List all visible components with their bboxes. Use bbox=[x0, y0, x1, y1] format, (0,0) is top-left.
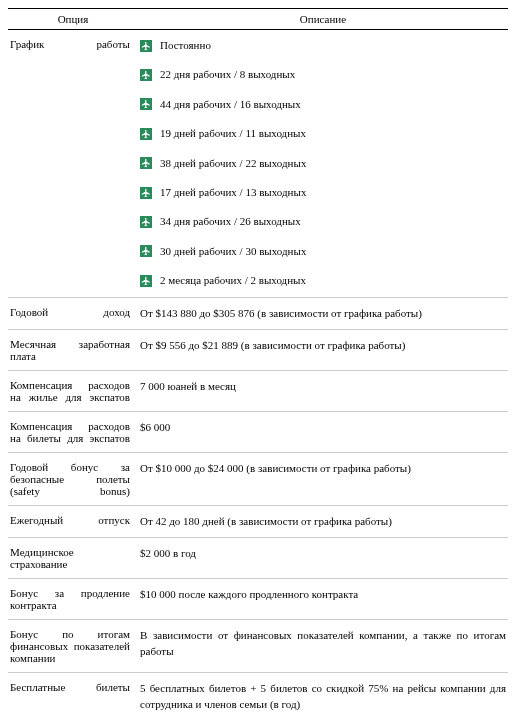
header-description: Описание bbox=[138, 9, 508, 30]
table-row: Компенсация расходов на билеты для экспа… bbox=[8, 411, 508, 452]
schedule-item: 17 дней рабочих / 13 выходных bbox=[140, 185, 506, 200]
row-label: Бонус по итогам финансовых показателей к… bbox=[8, 620, 138, 673]
table-row: Годовой бонус за безопасные полеты (safe… bbox=[8, 452, 508, 505]
row-description: Постоянно22 дня рабочих / 8 выходных44 д… bbox=[138, 30, 508, 298]
header-option: Опция bbox=[8, 9, 138, 30]
row-description: 5 бесплатных билетов + 5 билетов со скид… bbox=[138, 673, 508, 719]
table-row: График работыПостоянно22 дня рабочих / 8… bbox=[8, 30, 508, 298]
schedule-item: 38 дней рабочих / 22 выходных bbox=[140, 156, 506, 171]
table-row: Ежегодный отпускОт 42 до 180 дней (в зав… bbox=[8, 505, 508, 537]
row-description: В зависимости от финансовых показателей … bbox=[138, 620, 508, 673]
schedule-item: 22 дня рабочих / 8 выходных bbox=[140, 67, 506, 82]
row-description: 7 000 юаней в месяц bbox=[138, 370, 508, 411]
table-row: Месячная заработная платаОт $9 556 до $2… bbox=[8, 329, 508, 370]
row-label: Годовой бонус за безопасные полеты (safe… bbox=[8, 452, 138, 505]
row-label: Годовой доход bbox=[8, 297, 138, 329]
schedule-item: 30 дней рабочих / 30 выходных bbox=[140, 244, 506, 259]
row-label: Бонус за продление контракта bbox=[8, 579, 138, 620]
schedule-item-label: 34 дня рабочих / 26 выходных bbox=[160, 214, 301, 229]
schedule-item: 34 дня рабочих / 26 выходных bbox=[140, 214, 506, 229]
schedule-item-label: 17 дней рабочих / 13 выходных bbox=[160, 185, 306, 200]
schedule-item-label: 30 дней рабочих / 30 выходных bbox=[160, 244, 306, 259]
airplane-icon bbox=[140, 157, 152, 169]
row-label: Ежегодный отпуск bbox=[8, 505, 138, 537]
options-table: Опция Описание График работыПостоянно22 … bbox=[8, 8, 508, 719]
row-label: Компенсация расходов на жилье для экспат… bbox=[8, 370, 138, 411]
table-row: Бонус за продление контракта$10 000 посл… bbox=[8, 579, 508, 620]
schedule-item: Постоянно bbox=[140, 38, 506, 53]
schedule-item-label: 19 дней рабочих / 11 выходных bbox=[160, 126, 306, 141]
airplane-icon bbox=[140, 69, 152, 81]
row-description: От 42 до 180 дней (в зависимости от граф… bbox=[138, 505, 508, 537]
table-row: Бонус по итогам финансовых показателей к… bbox=[8, 620, 508, 673]
airplane-icon bbox=[140, 275, 152, 287]
airplane-icon bbox=[140, 98, 152, 110]
row-label: Месячная заработная плата bbox=[8, 329, 138, 370]
schedule-item-label: 22 дня рабочих / 8 выходных bbox=[160, 67, 295, 82]
table-row: Медицинское страхование$2 000 в год bbox=[8, 538, 508, 579]
airplane-icon bbox=[140, 187, 152, 199]
schedule-item-label: 38 дней рабочих / 22 выходных bbox=[160, 156, 306, 171]
schedule-list: Постоянно22 дня рабочих / 8 выходных44 д… bbox=[140, 38, 506, 289]
schedule-item: 44 дня рабочих / 16 выходных bbox=[140, 97, 506, 112]
row-description: От $9 556 до $21 889 (в зависимости от г… bbox=[138, 329, 508, 370]
row-label: Бесплатные билеты bbox=[8, 673, 138, 719]
schedule-item: 19 дней рабочих / 11 выходных bbox=[140, 126, 506, 141]
row-description: $10 000 после каждого продленного контра… bbox=[138, 579, 508, 620]
airplane-icon bbox=[140, 128, 152, 140]
row-description: От $10 000 до $24 000 (в зависимости от … bbox=[138, 452, 508, 505]
row-label: Компенсация расходов на билеты для экспа… bbox=[8, 411, 138, 452]
table-row: Компенсация расходов на жилье для экспат… bbox=[8, 370, 508, 411]
schedule-item-label: 44 дня рабочих / 16 выходных bbox=[160, 97, 301, 112]
row-description: $6 000 bbox=[138, 411, 508, 452]
airplane-icon bbox=[140, 40, 152, 52]
airplane-icon bbox=[140, 216, 152, 228]
table-row: Годовой доходОт $143 880 до $305 876 (в … bbox=[8, 297, 508, 329]
schedule-item-label: 2 месяца рабочих / 2 выходных bbox=[160, 273, 306, 288]
table-row: Бесплатные билеты5 бесплатных билетов + … bbox=[8, 673, 508, 719]
airplane-icon bbox=[140, 245, 152, 257]
row-description: $2 000 в год bbox=[138, 538, 508, 579]
row-label: График работы bbox=[8, 30, 138, 298]
row-label: Медицинское страхование bbox=[8, 538, 138, 579]
row-description: От $143 880 до $305 876 (в зависимости о… bbox=[138, 297, 508, 329]
schedule-item: 2 месяца рабочих / 2 выходных bbox=[140, 273, 506, 288]
schedule-item-label: Постоянно bbox=[160, 38, 211, 53]
